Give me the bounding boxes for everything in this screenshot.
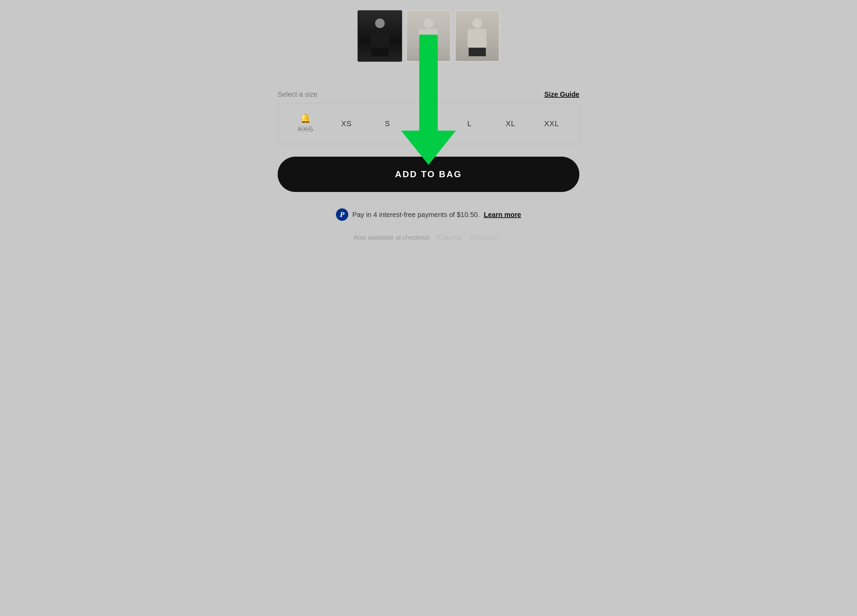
size-item-xxl[interactable]: XXL	[540, 119, 563, 128]
size-item-xl[interactable]: XL	[498, 119, 523, 128]
size-xxs-label: XXS	[297, 125, 313, 134]
size-l-label: L	[467, 119, 472, 128]
afterpay-arrow-icon: →	[497, 234, 504, 241]
klarna-logo: Klarna.	[437, 233, 464, 242]
paypal-row: P Pay in 4 interest-free payments of $10…	[336, 208, 521, 221]
size-xs-label: XS	[341, 119, 352, 128]
thumbnail-light2[interactable]	[455, 10, 500, 62]
also-available-label: Also available at checkout:	[353, 234, 430, 241]
paypal-text: Pay in 4 interest-free payments of $10.5…	[353, 211, 480, 219]
size-m-label: M	[425, 119, 432, 128]
size-s-label: S	[385, 119, 390, 128]
also-available-row: Also available at checkout: Klarna. afte…	[353, 233, 504, 242]
size-section: Select a size Size Guide 🔔 XXS XS	[278, 90, 579, 157]
size-header: Select a size Size Guide	[278, 90, 579, 98]
size-xxl-label: XXL	[544, 119, 559, 128]
paypal-learn-more-link[interactable]: Learn more	[484, 211, 521, 219]
paypal-p-icon: P	[336, 208, 348, 221]
thumbnails-row	[357, 10, 500, 62]
size-item-s[interactable]: S	[375, 119, 399, 128]
page-wrapper: Black Select a size Size Guide 🔔 XXS XS	[274, 10, 583, 242]
size-xl-label: XL	[506, 119, 515, 128]
size-item-xxs[interactable]: 🔔 XXS	[294, 114, 317, 134]
color-label: Black	[419, 69, 438, 78]
size-item-l[interactable]: L	[458, 119, 482, 128]
thumbnail-light1[interactable]	[406, 10, 451, 62]
select-size-label: Select a size	[278, 90, 317, 98]
size-item-m[interactable]: M	[416, 119, 441, 128]
size-selector-wrapper: 🔔 XXS XS S M L XL	[278, 103, 579, 144]
bell-icon: 🔔	[300, 114, 311, 123]
size-item-xs[interactable]: XS	[334, 119, 359, 128]
size-guide-link[interactable]: Size Guide	[545, 90, 579, 98]
paypal-logo: P	[336, 208, 348, 221]
thumbnail-dark[interactable]	[357, 10, 402, 62]
add-to-bag-button[interactable]: ADD TO BAG	[278, 157, 579, 192]
afterpay-logo: afterpay→	[470, 233, 504, 242]
size-selector-box: 🔔 XXS XS S M L XL	[278, 103, 579, 144]
